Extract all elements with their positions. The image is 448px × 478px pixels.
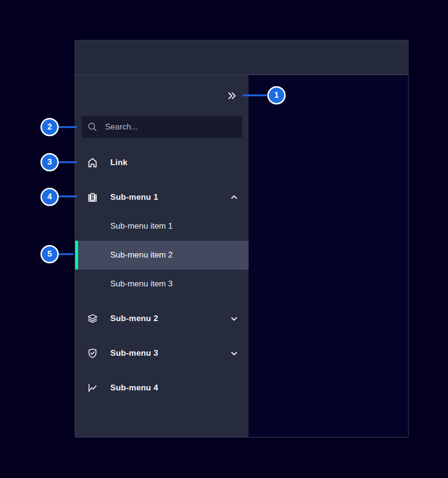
shield-check-icon	[87, 348, 98, 359]
double-chevron-right-icon	[226, 90, 237, 102]
callout-badge-3: 3	[40, 153, 59, 171]
callout-line-3	[58, 161, 77, 163]
sidebar-item-link[interactable]: Link	[75, 148, 249, 177]
app-header	[75, 40, 408, 75]
submenu-1-children: Sub-menu item 1 Sub-menu item 2 Sub-menu…	[75, 212, 249, 298]
sidebar-item-submenu-1[interactable]: Sub-menu 1	[75, 183, 249, 212]
search-icon	[87, 122, 104, 132]
sidebar-item-label: Sub-menu 3	[110, 349, 230, 358]
search-input[interactable]	[104, 122, 237, 132]
callout-line-1	[242, 94, 267, 96]
callout-badge-4: 4	[40, 188, 59, 206]
chevron-down-icon	[230, 315, 238, 323]
callout-badge-5: 5	[40, 245, 59, 263]
building-icon	[87, 192, 98, 203]
sidebar-item-label: Sub-menu 4	[110, 383, 238, 393]
chevron-down-icon	[230, 349, 238, 357]
sidebar-item-label: Link	[110, 158, 238, 168]
sidebar-item-submenu-2[interactable]: Sub-menu 2	[75, 304, 249, 333]
callout-line-4	[58, 195, 77, 197]
layers-icon	[87, 313, 98, 324]
sidebar-menu: Link Sub-	[75, 148, 249, 402]
sidebar-item-label: Sub-menu 2	[110, 314, 230, 323]
application-window: Link Sub-	[75, 40, 408, 438]
sidebar-navigation: Link Sub-	[75, 75, 249, 437]
sidebar-item-submenu-4[interactable]: Sub-menu 4	[75, 374, 249, 402]
callout-line-5	[58, 253, 74, 255]
sidebar-subitem-3[interactable]: Sub-menu item 3	[75, 270, 249, 298]
sidebar-item-label: Sub-menu 1	[110, 193, 230, 202]
sidebar-subitem-2-selected[interactable]: Sub-menu item 2	[75, 241, 249, 270]
chevron-up-icon	[230, 194, 238, 201]
search-box	[81, 116, 242, 138]
sidebar-subitem-1[interactable]: Sub-menu item 1	[75, 212, 249, 241]
callout-badge-1: 1	[267, 86, 286, 104]
home-icon	[87, 157, 98, 168]
callout-line-2	[58, 126, 77, 128]
line-chart-icon	[87, 382, 98, 394]
sidebar-collapse-row	[75, 75, 249, 116]
sidebar-item-submenu-3[interactable]: Sub-menu 3	[75, 339, 249, 368]
callout-badge-2: 2	[40, 118, 59, 136]
panel-body: Link Sub-	[75, 75, 408, 437]
sidebar-expand-button[interactable]	[224, 89, 239, 103]
content-area	[249, 75, 408, 437]
